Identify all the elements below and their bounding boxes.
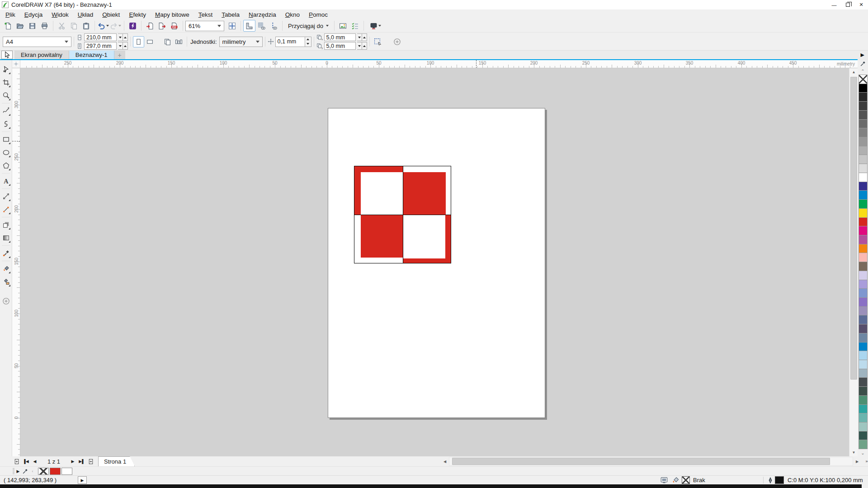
new-tab-button[interactable]: + — [114, 51, 125, 59]
doc-color-swatch-ffffff[interactable] — [61, 468, 72, 475]
spinner-down-icon[interactable] — [305, 42, 311, 47]
print-button[interactable] — [38, 20, 51, 32]
spinner-up-icon[interactable] — [305, 37, 311, 42]
pan-right-button[interactable]: » — [862, 457, 868, 466]
add-page-end-button[interactable] — [86, 457, 95, 466]
zoom-tool[interactable] — [0, 89, 12, 102]
menu-item-edycja[interactable]: Edycja — [20, 10, 47, 19]
menu-item-narzędzia[interactable]: Narzędzia — [244, 10, 281, 19]
page-height-spinner[interactable] — [118, 42, 128, 50]
page-size-preset-combo[interactable]: A4 — [3, 37, 71, 47]
page-tab-strona-1[interactable]: Strona 1 — [98, 456, 135, 466]
dimension-tool[interactable] — [0, 190, 12, 203]
spinner-up-icon[interactable] — [123, 42, 128, 50]
freehand-tool[interactable] — [0, 104, 12, 117]
import-button[interactable] — [144, 20, 156, 32]
color-swatch-c7c7c7[interactable] — [859, 155, 867, 164]
color-swatch-8a70c5[interactable] — [859, 298, 867, 307]
ruler-origin-button[interactable] — [12, 60, 20, 68]
color-swatch-b3509d[interactable] — [859, 235, 867, 244]
color-swatch-2ba5a0[interactable] — [859, 405, 867, 414]
color-swatch-574f6c[interactable] — [859, 324, 867, 333]
menu-item-pomoc[interactable]: Pomoc — [304, 10, 332, 19]
undo-button[interactable] — [97, 20, 109, 32]
transparency-tool[interactable] — [0, 231, 12, 244]
menu-item-tabela[interactable]: Tabela — [217, 10, 244, 19]
color-eyedropper-tool[interactable] — [0, 247, 12, 260]
spinner-up-icon[interactable] — [123, 33, 128, 41]
page-width-spinner[interactable] — [118, 33, 128, 41]
checkerboard-object[interactable] — [354, 166, 451, 263]
cut-button[interactable] — [56, 20, 68, 32]
vertical-scrollbar-thumb[interactable] — [850, 77, 857, 380]
show-rulers-button[interactable] — [243, 20, 255, 32]
palette-scroll-up-button[interactable]: ⌃ — [859, 67, 868, 75]
paste-button[interactable] — [80, 20, 92, 32]
scroll-left-icon[interactable]: ◀ — [441, 457, 449, 466]
publish-pdf-button[interactable] — [168, 20, 180, 32]
color-swatch-d4cdeb[interactable] — [859, 271, 867, 280]
previous-page-button[interactable]: ◀ — [30, 457, 39, 466]
first-page-button[interactable]: ▐◀ — [21, 457, 30, 466]
color-swatch-7a6a5c[interactable] — [859, 262, 867, 271]
vertical-scrollbar[interactable]: ▲ ▼ — [849, 68, 858, 456]
no-color-swatch[interactable] — [859, 75, 867, 84]
palette-eyedropper-button[interactable] — [859, 60, 868, 67]
menu-item-efekty[interactable]: Efekty — [124, 10, 151, 19]
color-swatch-999999[interactable] — [859, 137, 867, 146]
color-swatch-aad6ef[interactable] — [859, 351, 867, 360]
doc-color-swatch-d6271e[interactable] — [50, 468, 61, 475]
current-page-button[interactable] — [173, 36, 184, 47]
color-swatch-6e87a3[interactable] — [859, 333, 867, 343]
color-proof-monitor-icon[interactable] — [660, 476, 668, 484]
color-swatch-5c6c96[interactable] — [859, 315, 867, 324]
duplicate-y-spinner[interactable] — [357, 42, 367, 50]
color-swatch-e00b7f[interactable] — [859, 226, 867, 235]
color-swatch-828282[interactable] — [859, 128, 867, 137]
scroll-down-icon[interactable]: ▼ — [849, 449, 858, 456]
scroll-up-icon[interactable]: ▲ — [849, 68, 858, 76]
nudge-distance-field[interactable]: 0,1 mm — [275, 37, 305, 47]
color-swatch-474d50[interactable] — [859, 378, 867, 387]
horizontal-scrollbar-thumb[interactable] — [452, 458, 830, 465]
color-swatch-7e97d0[interactable] — [859, 289, 867, 298]
scroll-right-icon[interactable]: ▶ — [853, 457, 861, 466]
horizontal-scrollbar-track[interactable] — [449, 457, 853, 466]
zoom-level-combo[interactable]: 61% — [185, 21, 224, 31]
menu-item-układ[interactable]: Układ — [73, 10, 98, 19]
welcome-screen-button[interactable] — [337, 20, 349, 32]
snap-to-dropdown[interactable]: Przyciągaj do — [285, 20, 332, 31]
color-swatch-0082c8[interactable] — [859, 343, 867, 352]
crop-tool[interactable] — [0, 76, 12, 89]
color-swatch-ffffff[interactable] — [859, 173, 867, 182]
maximize-button[interactable] — [841, 0, 854, 9]
color-swatch-b0b0b0[interactable] — [859, 146, 867, 155]
bspline-tool[interactable] — [0, 117, 12, 131]
fill-bucket-icon[interactable] — [672, 476, 680, 484]
color-swatch-0087cb[interactable] — [859, 191, 867, 200]
add-tool-button[interactable] — [0, 295, 12, 308]
color-swatch-9fc6c0[interactable] — [859, 422, 867, 432]
new-document-button[interactable] — [2, 20, 14, 32]
menu-item-tekst[interactable]: Tekst — [194, 10, 217, 19]
portrait-button[interactable] — [133, 36, 144, 47]
menu-item-mapy-bitowe[interactable]: Mapy bitowe — [151, 10, 194, 19]
color-swatch-9b90ba[interactable] — [859, 307, 867, 316]
smart-fill-tool[interactable] — [0, 275, 12, 288]
redo-button[interactable] — [109, 20, 122, 32]
shape-tool[interactable] — [0, 63, 12, 76]
full-screen-preview-button[interactable] — [226, 20, 238, 32]
color-swatch-35318f[interactable] — [859, 182, 867, 191]
page-height-field[interactable]: 297,0 mm — [84, 42, 117, 50]
save-button[interactable] — [26, 20, 38, 32]
next-page-button[interactable]: ▶ — [68, 457, 77, 466]
show-guidelines-button[interactable] — [268, 20, 280, 32]
color-swatch-bcdbec[interactable] — [859, 360, 867, 369]
connector-tool[interactable] — [0, 203, 12, 216]
doc-no-color-swatch[interactable] — [38, 468, 49, 475]
document-palette-flyout-button[interactable]: ▶ — [14, 468, 22, 475]
color-swatch-3c4f49[interactable] — [859, 387, 867, 396]
polygon-tool[interactable] — [0, 159, 12, 172]
export-button[interactable] — [156, 20, 168, 32]
color-swatch-a99ddb[interactable] — [859, 280, 867, 289]
